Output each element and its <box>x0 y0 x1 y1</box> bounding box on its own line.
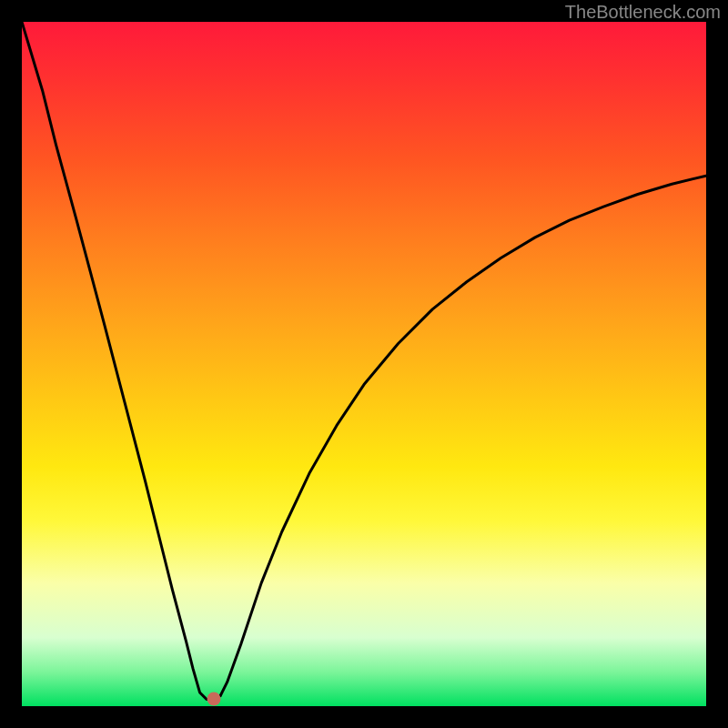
minimum-marker <box>207 693 220 706</box>
plot-area <box>22 22 706 706</box>
watermark-text: TheBottleneck.com <box>565 2 721 23</box>
bottleneck-curve <box>22 22 706 706</box>
